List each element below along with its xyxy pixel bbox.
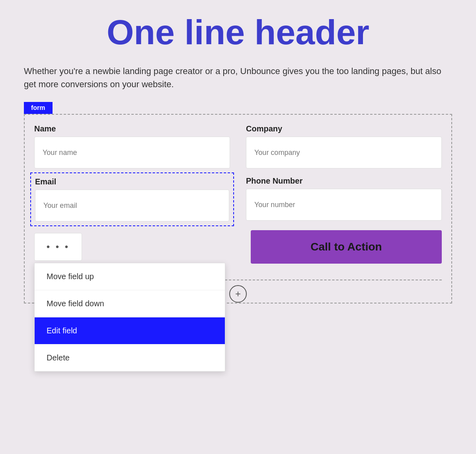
cta-button[interactable]: Call to Action [251,230,442,264]
dots-button-container: • • • Move field up Move field down Edit… [34,233,82,261]
email-phone-row: Email Phone Number [34,176,442,222]
menu-item-edit-field[interactable]: Edit field [35,317,225,344]
name-input[interactable] [34,137,230,168]
menu-item-move-down[interactable]: Move field down [35,290,225,317]
company-field-group: Company [246,124,442,168]
name-company-row: Name Company [34,124,442,168]
form-bottom-row: • • • Move field up Move field down Edit… [34,230,442,272]
company-label: Company [246,124,442,133]
dropdown-menu: Move field up Move field down Edit field… [34,263,225,372]
email-field-selected: Email [30,172,234,226]
email-label: Email [35,177,229,186]
add-field-button[interactable]: + [229,285,247,303]
menu-item-delete[interactable]: Delete [35,344,225,371]
page-container: One line header Whether you're a newbie … [0,0,476,454]
form-container: Name Company Email Phone Number [24,114,452,303]
form-tag: form [24,102,53,114]
page-title: One line header [24,12,452,53]
phone-field-group: Phone Number [246,176,442,222]
phone-label: Phone Number [246,176,442,186]
phone-input[interactable] [246,189,442,221]
dots-button[interactable]: • • • [34,233,82,261]
email-field-group: Email [35,177,229,221]
name-label: Name [34,124,230,133]
name-field-group: Name [34,124,230,168]
menu-item-move-up[interactable]: Move field up [35,263,225,290]
company-input[interactable] [246,137,442,168]
description-text: Whether you're a newbie landing page cre… [24,65,452,91]
email-input[interactable] [35,190,229,221]
